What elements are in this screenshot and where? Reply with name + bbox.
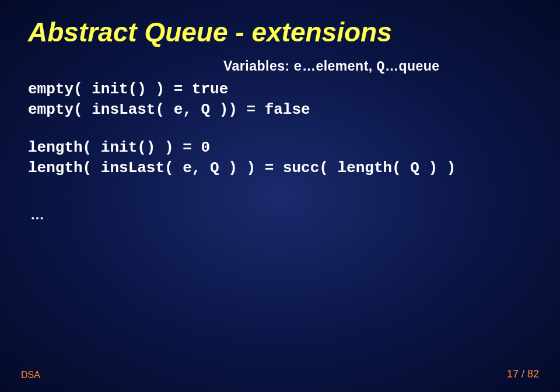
footer-left: DSA	[21, 370, 40, 380]
variables-line: Variables: e…element, Q…queue	[223, 58, 532, 75]
variables-queue-text: …queue	[385, 58, 440, 74]
ellipsis: …	[30, 206, 532, 223]
code-block-empty: empty( init() ) = true empty( insLast( e…	[28, 79, 532, 120]
slide-title: Abstract Queue - extensions	[28, 16, 532, 48]
variables-e: e	[294, 60, 302, 75]
variables-prefix: Variables:	[223, 58, 294, 74]
code-block-length: length( init() ) = 0 length( insLast( e,…	[28, 138, 532, 178]
slide: Abstract Queue - extensions Variables: e…	[0, 0, 560, 392]
variables-q: Q	[377, 60, 385, 75]
variables-element-text: …element,	[302, 58, 377, 74]
slide-footer: DSA 17 / 82	[0, 368, 560, 380]
footer-page-number: 17 / 82	[507, 368, 539, 380]
